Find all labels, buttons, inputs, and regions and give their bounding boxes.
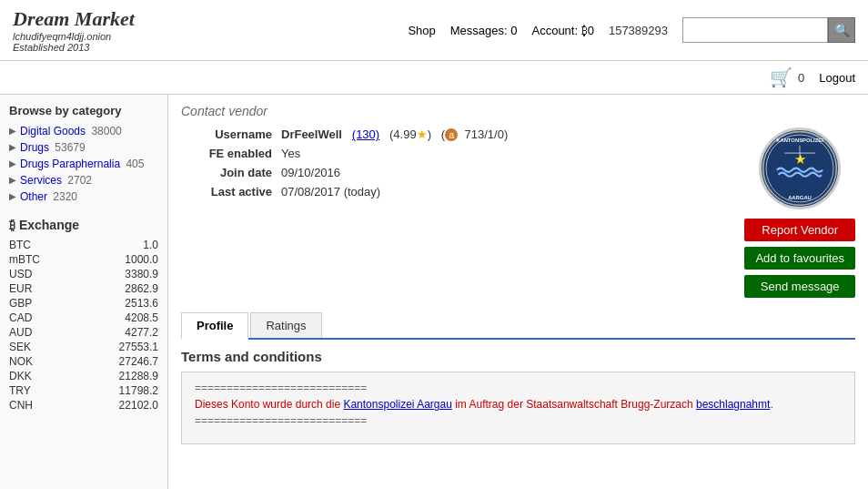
sidebar: Browse by category ▶ Digital Goods 38000…: [0, 95, 168, 489]
exchange-val: 2513.6: [125, 297, 158, 310]
site-name: Dream Market: [13, 7, 135, 31]
rating-count[interactable]: (130): [352, 127, 379, 141]
exchange-row-cad: CAD 4208.5: [9, 311, 158, 325]
cat-count-drugs: 53679: [52, 141, 86, 154]
tabs: Profile Ratings: [181, 312, 855, 340]
btc-symbol: ₿: [9, 218, 15, 232]
sidebar-item-drugs: ▶ Drugs 53679: [9, 141, 158, 154]
exchange-val: 27553.1: [119, 341, 158, 353]
cart-icon: 🛒: [770, 66, 792, 88]
exchange-label: SEK: [9, 341, 31, 353]
exchange-row-sek: SEK 27553.1: [9, 340, 158, 354]
messages-link[interactable]: Messages: 0: [450, 24, 518, 37]
join-date-value: 09/10/2016: [281, 166, 340, 179]
nav-links: Shop Messages: 0 Account: ₿0 157389293: [408, 24, 668, 37]
exchange-label: CAD: [9, 311, 32, 324]
browse-title: Browse by category: [9, 104, 158, 117]
exchange-row-try: TRY 11798.2: [9, 383, 158, 398]
cat-link-services[interactable]: Services: [20, 174, 62, 187]
account-id: 157389293: [609, 24, 668, 37]
search-input[interactable]: [682, 17, 828, 43]
search-form: 🔍: [682, 17, 855, 43]
exchange-label: BTC: [9, 239, 31, 251]
exchange-val: 3380.9: [125, 268, 158, 280]
exchange-row-dkk: DKK 21288.9: [9, 369, 158, 383]
cart-count: 0: [798, 71, 804, 85]
exchange-label: TRY: [9, 384, 31, 397]
exchange-row-gbp: GBP 2513.6: [9, 296, 158, 311]
cat-link-drugs-para[interactable]: Drugs Paraphernalia: [20, 158, 120, 170]
exchange-row-eur: EUR 2862.9: [9, 281, 158, 296]
tab-ratings[interactable]: Ratings: [250, 312, 321, 338]
cat-count-other: 2320: [50, 190, 77, 203]
search-button[interactable]: 🔍: [828, 17, 855, 43]
fe-enabled-row: FE enabled Yes: [181, 147, 735, 160]
cat-count-drugs-para: 405: [123, 158, 144, 170]
fe-label: FE enabled: [181, 147, 272, 160]
account-link[interactable]: Account: ₿0: [531, 24, 593, 37]
arrow-icon: ▶: [9, 126, 16, 136]
username-label: Username: [181, 127, 272, 141]
arrow-icon: ▶: [9, 191, 16, 201]
fe-value: Yes: [281, 147, 300, 160]
sidebar-item-drugs-para: ▶ Drugs Paraphernalia 405: [9, 158, 158, 170]
sidebar-item-digital-goods: ▶ Digital Goods 38000: [9, 125, 158, 138]
exchange-label: CNH: [9, 399, 33, 412]
rating-score-text: (4.99★): [389, 127, 431, 141]
badge-svg: KANTONSPOLIZEI AARGAU ★: [762, 129, 838, 208]
exchange-row-aud: AUD 4277.2: [9, 325, 158, 340]
exchange-val: 4277.2: [125, 326, 158, 339]
cat-count-services: 2702: [65, 174, 92, 187]
exchange-label: NOK: [9, 355, 33, 368]
exchange-val: 21288.9: [119, 370, 158, 382]
cat-link-digital-goods[interactable]: Digital Goods: [20, 125, 86, 138]
site-established: Established 2013: [13, 42, 135, 53]
tab-profile[interactable]: Profile: [181, 312, 248, 340]
site-tagline: lchudifyeqm4ldjj.onion: [13, 31, 135, 42]
shop-link[interactable]: Shop: [408, 24, 435, 37]
terms-line-1: ===========================: [195, 382, 842, 394]
exchange-label: DKK: [9, 370, 32, 382]
vendor-badge-area: KANTONSPOLIZEI AARGAU ★ Report Vendor: [744, 127, 855, 298]
cat-link-drugs[interactable]: Drugs: [20, 141, 49, 154]
header: Dream Market lchudifyeqm4ldjj.onion Esta…: [0, 0, 868, 61]
cat-link-other[interactable]: Other: [20, 190, 47, 203]
exchange-row-mbtc: mBTC 1000.0: [9, 252, 158, 267]
vendor-info: Username DrFeelWell (130) (4.99★) (a 713…: [181, 127, 735, 298]
join-date-label: Join date: [181, 166, 272, 179]
profile-content: Terms and conditions ===================…: [181, 340, 855, 453]
exchange-label: mBTC: [9, 253, 40, 266]
last-active-row: Last active 07/08/2017 (today): [181, 185, 735, 199]
exchange-row-cnh: CNH 22102.0: [9, 398, 158, 413]
exchange-val: 1000.0: [125, 253, 158, 266]
exchange-val: 2862.9: [125, 282, 158, 295]
vendor-top: Username DrFeelWell (130) (4.99★) (a 713…: [181, 127, 855, 298]
terms-link-polizei[interactable]: Kantonspolizei Aargau: [343, 398, 451, 411]
send-message-button[interactable]: Send message: [744, 275, 855, 298]
exchange-val: 22102.0: [119, 399, 158, 412]
anchor-icon: a: [445, 128, 458, 141]
terms-title: Terms and conditions: [181, 349, 855, 364]
pgp-info: 713/1/0: [465, 127, 504, 141]
exchange-row-nok: NOK 27246.7: [9, 354, 158, 369]
exchange-label: EUR: [9, 282, 32, 295]
last-active-label: Last active: [181, 185, 272, 199]
arrow-icon: ▶: [9, 158, 16, 168]
arrow-icon: ▶: [9, 142, 16, 152]
sidebar-item-services: ▶ Services 2702: [9, 174, 158, 187]
vendor-badge-image: KANTONSPOLIZEI AARGAU ★: [759, 127, 841, 209]
logout-button[interactable]: Logout: [819, 71, 855, 85]
vendor-username: DrFeelWell: [281, 127, 342, 141]
cart-area: 🛒 0: [770, 66, 804, 88]
main: Browse by category ▶ Digital Goods 38000…: [0, 95, 868, 489]
add-favourites-button[interactable]: Add to favourites: [744, 247, 855, 270]
star-icon: ★: [417, 127, 428, 141]
svg-point-1: [766, 135, 833, 202]
exchange-val: 1.0: [143, 239, 158, 251]
svg-text:AARGAU: AARGAU: [788, 195, 812, 200]
terms-link-beschlagnahmt[interactable]: beschlagnahmt: [696, 398, 770, 411]
terms-notice: Dieses Konto wurde durch die Kantonspoli…: [195, 398, 842, 411]
content: Contact vendor Username DrFeelWell (130)…: [168, 95, 868, 489]
username-row: Username DrFeelWell (130) (4.99★) (a 713…: [181, 127, 735, 141]
report-vendor-button[interactable]: Report Vendor: [744, 219, 855, 241]
